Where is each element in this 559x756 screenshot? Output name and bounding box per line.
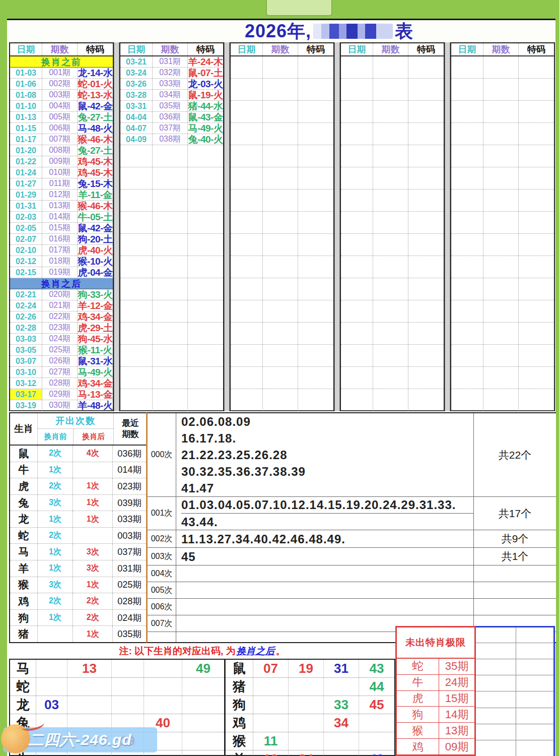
date-cell: 02-28 — [10, 323, 42, 333]
empty-period-cell — [263, 101, 298, 122]
empty-period-cell — [263, 190, 298, 211]
empty-period-cell — [153, 367, 188, 389]
limit-box-title: 未出特肖极限 — [397, 627, 474, 659]
date-cell: 03-07 — [10, 356, 42, 366]
zodiac-number-cell: 31 — [324, 660, 359, 677]
empty-table-row — [231, 190, 333, 212]
empty-period-cell — [153, 278, 188, 300]
frequency-numbers — [176, 582, 473, 598]
stats-col-before: 换肖前 — [37, 429, 73, 445]
stats-recent-cell: 037期 — [112, 544, 146, 560]
frequency-count — [473, 565, 556, 582]
date-cell: 02-03 — [10, 212, 42, 222]
table-header-row: 日期期数特码 — [10, 43, 113, 56]
empty-period-cell — [153, 256, 188, 278]
stats-recent-cell: 033期 — [112, 511, 146, 527]
date-cell: 02-21 — [10, 289, 42, 300]
date-cell: 03-21 — [120, 56, 153, 67]
special-code-cell: 兔-40-火 — [188, 134, 223, 145]
empty-special-cell — [519, 145, 554, 167]
frequency-label: 005次 — [148, 582, 176, 598]
empty-special-cell — [519, 278, 554, 300]
note-link: 换肖之后 — [237, 645, 275, 658]
date-cell: 02-12 — [10, 256, 42, 267]
empty-number-cell — [182, 750, 224, 756]
empty-number-cell — [289, 678, 324, 696]
date-cell: 03-10 — [10, 367, 42, 377]
stats-col-after: 换肖后 — [73, 429, 113, 445]
empty-period-cell — [373, 323, 408, 344]
date-cell: 01-13 — [10, 112, 42, 122]
period-cell: 005期 — [42, 112, 78, 122]
empty-number-cell — [112, 678, 144, 696]
empty-date-cell — [341, 345, 373, 366]
table-row: 03-17029期马-13-金 — [10, 389, 113, 400]
note-text-suffix: 。 — [276, 645, 286, 658]
stats-row: 牛1次014期 — [10, 462, 146, 479]
table-row: 03-21031期羊-24-木 — [120, 56, 223, 68]
empty-date-cell — [231, 212, 263, 233]
date-cell: 02-05 — [10, 223, 42, 233]
empty-date-cell — [341, 256, 373, 278]
empty-table-row — [451, 345, 554, 367]
right-empty-grid — [476, 626, 555, 756]
empty-table-row — [451, 123, 554, 145]
special-code-cell: 羊-24-木 — [188, 56, 223, 67]
empty-table-row — [341, 123, 444, 145]
empty-special-cell — [408, 256, 444, 278]
period-cell: 034期 — [153, 90, 188, 100]
watermark-text: 二四六-246.gd — [28, 730, 131, 750]
empty-number-cell — [144, 696, 182, 714]
period-cell: 017期 — [42, 245, 78, 256]
empty-table-row — [120, 256, 223, 278]
empty-special-cell — [188, 345, 223, 366]
zodiac-number-cell: 12 — [253, 750, 289, 756]
empty-number-cell — [324, 678, 359, 696]
empty-table-row — [120, 234, 223, 256]
empty-period-cell — [263, 300, 298, 322]
table-row: 04-04036期鼠-43-金 — [120, 112, 223, 123]
frequency-label: 006次 — [148, 599, 176, 615]
frequency-number-line: 02.06.08.09 — [181, 413, 473, 430]
stats-before-cell: 1次 — [37, 544, 73, 560]
title-blurred-section — [313, 24, 393, 39]
empty-date-cell — [451, 323, 483, 344]
empty-special-cell — [298, 300, 333, 322]
special-code-cell: 鼠-19-火 — [188, 90, 223, 100]
empty-number-cell — [289, 696, 324, 714]
empty-period-cell — [263, 256, 298, 278]
special-code-cell: 羊-48-火 — [78, 400, 113, 411]
frequency-number-line: 43.44. — [181, 514, 473, 530]
frequency-label: 007次 — [148, 615, 176, 632]
special-code-cell: 马-48-火 — [78, 123, 113, 134]
empty-date-cell — [341, 278, 373, 300]
group-separator — [224, 42, 230, 411]
empty-period-cell — [483, 323, 519, 344]
frequency-count — [473, 599, 556, 615]
zodiac-number-cell: 34 — [324, 714, 359, 732]
special-code-cell: 羊-12-金 — [78, 300, 113, 311]
stats-header: 生肖开出次数换肖前换肖后最近 期数 — [10, 413, 146, 446]
empty-date-cell — [120, 278, 153, 300]
stats-recent-cell: 035期 — [112, 626, 146, 642]
zodiac-number-cell: 24 — [289, 750, 324, 756]
column-header-period: 期数 — [483, 43, 519, 55]
table-row: 02-28023期虎-29-土 — [10, 323, 113, 334]
selection-border-top — [476, 626, 555, 627]
top-tab — [266, 0, 332, 16]
empty-table-row — [341, 234, 444, 256]
empty-special-cell — [298, 190, 333, 211]
frequency-row: 001次01.03.04.05.07.10.12.14.15.19.20.24.… — [148, 497, 556, 530]
title-year: 2026年, — [245, 19, 311, 44]
empty-table-row — [231, 389, 333, 411]
period-cell: 025期 — [42, 345, 78, 355]
frequency-number-line: 21.22.23.25.26.28 — [181, 447, 473, 463]
empty-number-cell — [182, 732, 224, 750]
zodiac-label: 鼠 — [226, 660, 253, 677]
zodiac-number-cell: 19 — [289, 660, 324, 677]
zodiac-number-cell: 49 — [182, 660, 224, 677]
date-cell: 02-15 — [10, 267, 42, 278]
stats-after-cell: 4次 — [73, 446, 112, 462]
empty-special-cell — [519, 389, 554, 411]
table-row: 03-10027期马-49-火 — [10, 367, 113, 378]
